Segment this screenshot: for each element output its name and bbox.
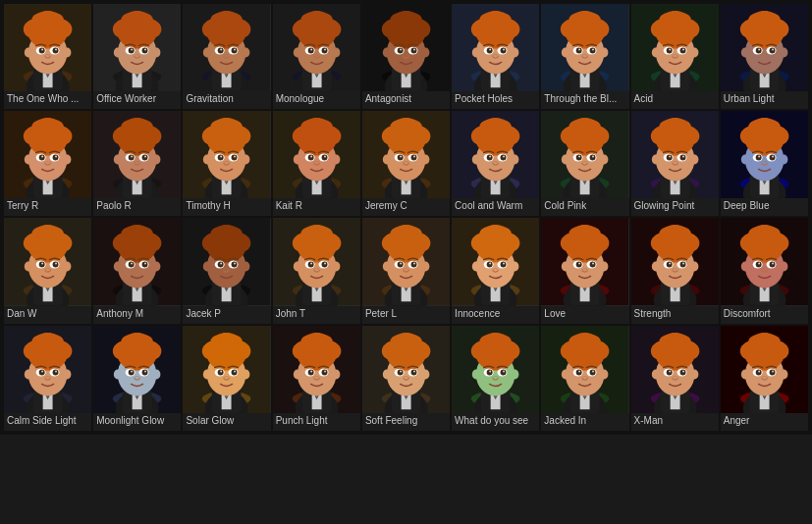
grid-item-the-one-who[interactable]: The One Who ...: [4, 4, 91, 109]
thumbnail-acid: [631, 4, 719, 91]
grid-item-office-worker[interactable]: Office Worker: [93, 4, 181, 109]
grid-item-love[interactable]: Love: [541, 218, 628, 323]
grid-item-strength[interactable]: Strength: [631, 218, 719, 323]
thumbnail-anger: [721, 326, 808, 413]
svg-point-425: [690, 155, 698, 165]
svg-point-24: [55, 49, 57, 51]
grid-item-antagonist[interactable]: Antagonist: [362, 4, 450, 109]
label-soft-feeling: Soft Feeling: [362, 413, 450, 431]
svg-point-205: [669, 49, 671, 51]
svg-point-255: [39, 155, 45, 161]
svg-point-614: [474, 234, 488, 245]
grid-item-urban-light[interactable]: Urban Light: [721, 4, 808, 109]
thumbnail-paolo-r: [93, 111, 181, 198]
svg-point-86: [293, 48, 300, 58]
svg-point-204: [679, 48, 685, 54]
grid-item-deep-blue[interactable]: Deep Blue: [721, 111, 808, 216]
svg-point-555: [332, 262, 340, 272]
svg-point-277: [145, 127, 159, 138]
svg-point-179: [578, 49, 580, 51]
svg-point-796: [295, 341, 308, 353]
grid-item-moonlight-glow[interactable]: Moonlight Glow: [93, 326, 181, 431]
grid-item-dan-w[interactable]: Dan W: [4, 218, 91, 323]
thumbnail-office-worker: [93, 4, 181, 91]
svg-point-853: [487, 369, 493, 375]
grid-item-paolo-r[interactable]: Paolo R: [93, 111, 181, 216]
grid-item-through-the-bl[interactable]: Through the Bl...: [541, 4, 628, 109]
grid-item-pocket-holes[interactable]: Pocket Holes: [452, 4, 539, 109]
grid-item-jeremy-c[interactable]: Jeremy C: [362, 111, 450, 216]
svg-point-177: [576, 48, 582, 54]
svg-point-76: [234, 49, 236, 51]
grid-item-timothy-h[interactable]: Timothy H: [183, 111, 270, 216]
svg-point-295: [243, 155, 250, 165]
grid-item-calm-side-light[interactable]: Calm Side Light: [4, 326, 91, 431]
svg-point-640: [564, 234, 577, 245]
svg-point-373: [512, 155, 519, 165]
thumbnail-punch-light: [273, 326, 360, 413]
svg-point-892: [651, 369, 659, 379]
grid-item-discomfort[interactable]: Discomfort: [721, 218, 808, 323]
label-timothy-h: Timothy H: [183, 198, 270, 216]
svg-point-356: [399, 118, 414, 131]
grid-item-peter-l[interactable]: Peter L: [362, 218, 450, 323]
svg-point-772: [219, 333, 235, 346]
grid-item-solar-glow[interactable]: Solar Glow: [183, 326, 270, 431]
svg-point-590: [399, 225, 414, 238]
grid-item-x-man[interactable]: X-Man: [631, 326, 719, 431]
grid-item-terry-r[interactable]: Terry R: [4, 111, 91, 216]
label-moonlight-glow: Moonlight Glow: [93, 413, 181, 431]
svg-point-907: [669, 370, 671, 372]
grid-item-innocence[interactable]: Innocence: [452, 218, 539, 323]
label-antagonist: Antagonist: [362, 91, 450, 109]
svg-point-34: [114, 48, 122, 58]
grid-item-john-t[interactable]: John T: [273, 218, 360, 323]
grid-item-soft-feeling[interactable]: Soft Feeling: [362, 326, 450, 431]
label-kait-r: Kait R: [273, 198, 360, 216]
svg-point-328: [295, 127, 308, 138]
svg-point-242: [25, 155, 32, 165]
svg-point-380: [474, 127, 488, 138]
grid-item-cool-and-warm[interactable]: Cool and Warm: [452, 111, 539, 216]
svg-point-620: [501, 262, 507, 268]
grid-item-anger[interactable]: Anger: [721, 326, 808, 431]
label-deep-blue: Deep Blue: [721, 198, 808, 216]
svg-point-666: [653, 234, 667, 245]
svg-point-399: [601, 155, 609, 165]
svg-point-281: [129, 155, 135, 161]
grid-item-anthony-m[interactable]: Anthony M: [93, 218, 181, 323]
grid-item-glowing-point[interactable]: Glowing Point: [631, 111, 719, 216]
grid-item-kait-r[interactable]: Kait R: [273, 111, 360, 216]
svg-point-542: [232, 262, 238, 268]
svg-point-360: [410, 155, 416, 161]
svg-point-387: [489, 156, 491, 158]
thumbnail-what-do-you-see: [452, 326, 539, 413]
svg-point-840: [472, 369, 480, 379]
thumbnail-timothy-h: [183, 111, 270, 198]
svg-point-406: [564, 127, 577, 138]
svg-point-492: [55, 263, 57, 265]
grid-item-punch-light[interactable]: Punch Light: [273, 326, 360, 431]
label-gravitation: Gravitation: [183, 91, 270, 109]
svg-point-725: [41, 370, 43, 372]
svg-point-74: [232, 48, 238, 54]
svg-point-49: [131, 49, 133, 51]
svg-point-823: [413, 341, 427, 353]
grid-item-what-do-you-see[interactable]: What do you see: [452, 326, 539, 431]
svg-point-554: [293, 262, 300, 272]
svg-point-434: [667, 118, 682, 131]
grid-item-cold-pink[interactable]: Cold Pink: [541, 111, 628, 216]
grid-item-jacked-in[interactable]: Jacked In: [541, 326, 628, 431]
svg-point-451: [780, 155, 787, 165]
svg-point-450: [741, 155, 749, 165]
grid-item-gravitation[interactable]: Gravitation: [183, 4, 270, 109]
svg-point-615: [504, 234, 517, 245]
grid-item-jacek-p[interactable]: Jacek P: [183, 218, 270, 323]
grid-item-monologue[interactable]: Monologue: [273, 4, 360, 109]
label-strength: Strength: [631, 306, 719, 324]
svg-point-330: [308, 118, 324, 131]
thumbnail-jacek-p: [183, 218, 270, 305]
grid-item-acid[interactable]: Acid: [631, 4, 719, 109]
label-cool-and-warm: Cool and Warm: [452, 198, 539, 216]
thumbnail-solar-glow: [183, 326, 270, 413]
